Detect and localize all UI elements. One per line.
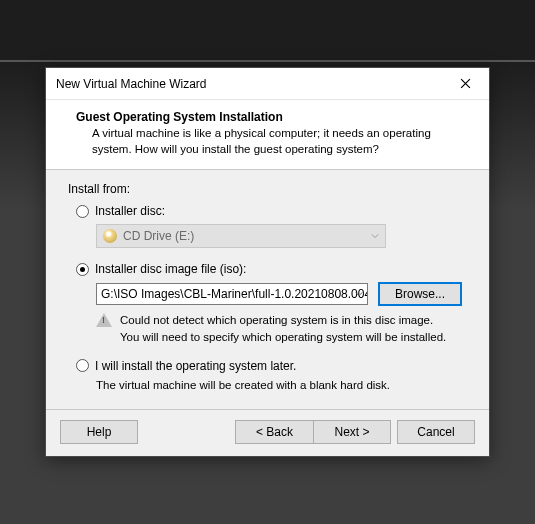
radio-icon: [76, 263, 89, 276]
browse-button-label: Browse...: [395, 287, 445, 301]
option-later-label: I will install the operating system late…: [95, 359, 296, 373]
close-icon: [460, 78, 471, 89]
help-button-label: Help: [87, 425, 112, 439]
option-iso[interactable]: Installer disc image file (iso):: [76, 262, 467, 276]
back-button[interactable]: < Back: [235, 420, 313, 444]
cd-drive-dropdown[interactable]: CD Drive (E:): [96, 224, 386, 248]
wizard-content: Install from: Installer disc: CD Drive (…: [46, 170, 489, 408]
radio-icon: [76, 205, 89, 218]
browse-button[interactable]: Browse...: [378, 282, 462, 306]
close-button[interactable]: [445, 70, 485, 98]
option-installer-disc[interactable]: Installer disc:: [76, 204, 467, 218]
radio-icon: [76, 359, 89, 372]
option-installer-disc-label: Installer disc:: [95, 204, 165, 218]
help-button[interactable]: Help: [60, 420, 138, 444]
iso-warning: Could not detect which operating system …: [96, 312, 467, 344]
cancel-button-label: Cancel: [417, 425, 454, 439]
cd-drive-value: CD Drive (E:): [123, 229, 194, 243]
footer-right: < Back Next > Cancel: [235, 420, 475, 444]
install-from-label: Install from:: [68, 182, 467, 196]
back-button-label: < Back: [256, 425, 293, 439]
header-title: Guest Operating System Installation: [76, 110, 459, 124]
warning-text: Could not detect which operating system …: [120, 312, 446, 344]
window-title: New Virtual Machine Wizard: [56, 77, 445, 91]
titlebar: New Virtual Machine Wizard: [46, 68, 489, 100]
iso-path-value: G:\ISO Images\CBL-Mariner\full-1.0.20210…: [101, 287, 368, 301]
option-iso-label: Installer disc image file (iso):: [95, 262, 246, 276]
wizard-header: Guest Operating System Installation A vi…: [46, 100, 489, 170]
chevron-down-icon: [371, 234, 379, 239]
iso-row: G:\ISO Images\CBL-Mariner\full-1.0.20210…: [96, 282, 467, 306]
disc-icon: [103, 229, 117, 243]
warning-line-2: You will need to specify which operating…: [120, 329, 446, 345]
next-button[interactable]: Next >: [313, 420, 391, 444]
header-description: A virtual machine is like a physical com…: [76, 126, 459, 157]
cancel-button[interactable]: Cancel: [397, 420, 475, 444]
option-later[interactable]: I will install the operating system late…: [76, 359, 467, 373]
iso-path-dropdown[interactable]: G:\ISO Images\CBL-Mariner\full-1.0.20210…: [96, 283, 368, 305]
wizard-window: New Virtual Machine Wizard Guest Operati…: [45, 67, 490, 456]
option-later-description: The virtual machine will be created with…: [96, 379, 467, 391]
next-button-label: Next >: [334, 425, 369, 439]
warning-line-1: Could not detect which operating system …: [120, 312, 446, 328]
wizard-footer: Help < Back Next > Cancel: [46, 410, 489, 456]
chevron-down-icon: [355, 292, 363, 297]
warning-icon: [96, 313, 112, 327]
